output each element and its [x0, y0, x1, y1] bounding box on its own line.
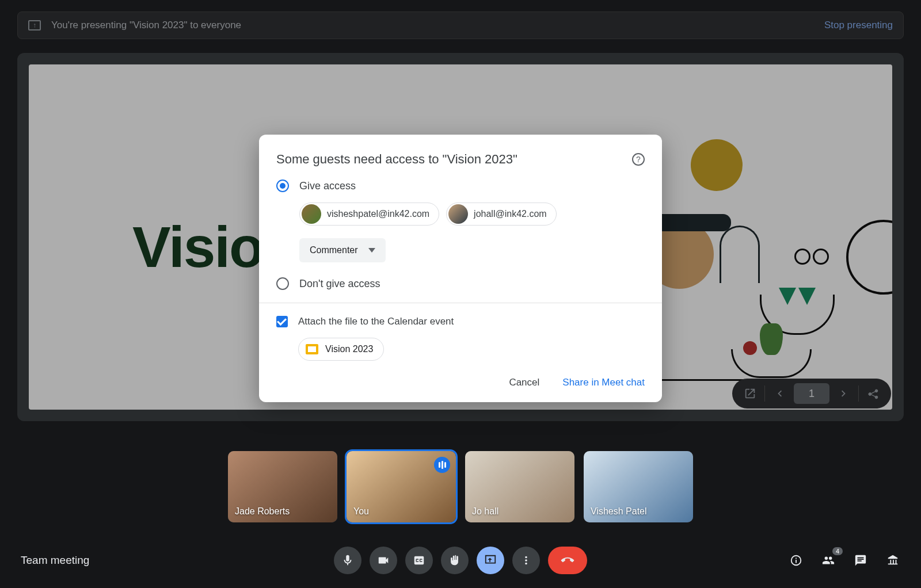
people-count-badge: 4 [832, 547, 843, 555]
radio-dont-give-access[interactable]: Don't give access [259, 273, 662, 303]
help-icon[interactable]: ? [632, 153, 645, 166]
attach-label: Attach the file to the Calendar event [298, 316, 454, 327]
person-chip[interactable]: johall@ink42.com [446, 203, 557, 226]
mic-button[interactable] [334, 547, 361, 574]
radio-icon[interactable] [276, 180, 289, 192]
radio-label: Give access [299, 180, 356, 192]
participant-name: You [353, 506, 369, 517]
dialog-title: Some guests need access to "Vision 2023" [276, 152, 517, 167]
people-chip-list: visheshpatel@ink42.com johall@ink42.com [259, 197, 662, 231]
attach-checkbox[interactable] [276, 316, 288, 327]
chat-panel-button[interactable] [853, 553, 868, 568]
chip-email: johall@ink42.com [474, 209, 547, 219]
participant-name: Jo hall [472, 506, 498, 517]
speaking-indicator-icon [434, 457, 450, 473]
file-name: Vision 2023 [325, 344, 373, 354]
people-panel-button[interactable]: 4 [821, 553, 836, 568]
chip-email: visheshpatel@ink42.com [327, 209, 429, 219]
radio-label: Don't give access [299, 278, 380, 290]
participant-name: Jade Roberts [235, 506, 290, 517]
participant-tile[interactable]: Jade Roberts [228, 451, 337, 522]
file-chip[interactable]: Vision 2023 [298, 338, 384, 361]
role-value: Commenter [310, 245, 358, 255]
person-chip[interactable]: visheshpatel@ink42.com [299, 203, 439, 226]
captions-button[interactable] [405, 547, 433, 574]
participant-tile[interactable]: Jo hall [465, 451, 574, 522]
radio-icon[interactable] [276, 277, 289, 290]
participant-name: Vishesh Patel [591, 506, 647, 517]
call-controls [334, 547, 587, 574]
share-in-chat-button[interactable]: Share in Meet chat [562, 377, 645, 388]
radio-give-access[interactable]: Give access [259, 175, 662, 197]
google-slides-icon [306, 344, 318, 354]
avatar-icon [448, 204, 468, 224]
participant-tile[interactable]: You [347, 451, 456, 522]
camera-button[interactable] [370, 547, 397, 574]
participant-tile[interactable]: Vishesh Patel [584, 451, 693, 522]
meeting-name: Team meeting [21, 554, 89, 567]
raise-hand-button[interactable] [441, 547, 469, 574]
present-button[interactable] [477, 547, 504, 574]
cancel-button[interactable]: Cancel [509, 377, 539, 388]
avatar-icon [302, 204, 321, 224]
right-panel-icons: 4 [789, 553, 900, 568]
chevron-down-icon [368, 248, 375, 253]
meeting-details-button[interactable] [789, 553, 804, 568]
activities-panel-button[interactable] [885, 553, 900, 568]
bottom-bar: Team meeting 4 [0, 533, 921, 588]
role-select[interactable]: Commenter [299, 238, 386, 262]
leave-call-button[interactable] [548, 547, 587, 574]
participant-filmstrip: Jade Roberts You Jo hall Vishesh Patel [228, 451, 693, 522]
more-options-button[interactable] [512, 547, 540, 574]
share-access-dialog: Some guests need access to "Vision 2023"… [259, 135, 662, 402]
